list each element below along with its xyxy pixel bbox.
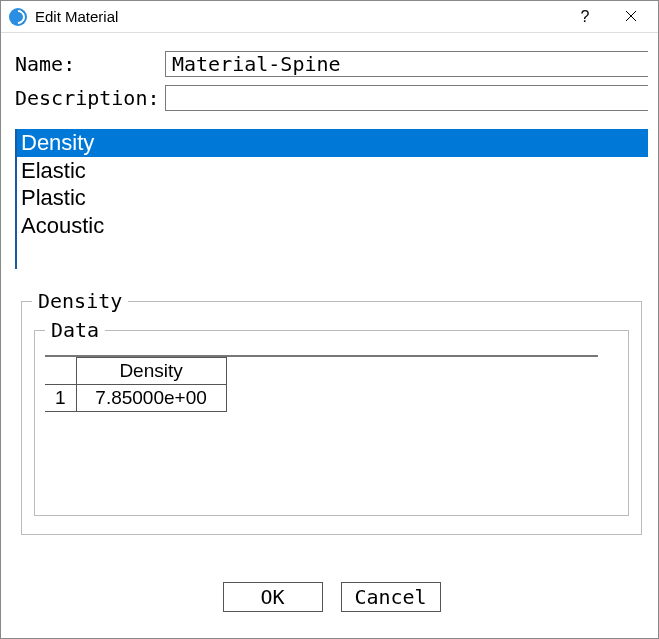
data-title: Data [45,318,105,342]
close-button[interactable] [608,1,654,33]
description-label: Description: [15,86,165,110]
help-button[interactable]: ? [562,1,608,33]
table-corner [45,358,76,385]
detail-group-title: Density [32,289,128,313]
name-input[interactable] [165,51,648,77]
row-index: 1 [45,385,76,412]
property-list[interactable]: Density Elastic Plastic Acoustic [15,129,648,269]
property-detail-panel: Density Data Density 1 7.85000e+00 [21,301,642,535]
ok-button[interactable]: OK [223,582,323,612]
property-item-density[interactable]: Density [17,129,648,157]
title-bar: Edit Material ? [1,1,658,33]
description-input[interactable] [165,85,648,111]
name-label: Name: [15,52,165,76]
edit-material-dialog: Edit Material ? Name: Description: Densi… [0,0,659,639]
data-table[interactable]: Density 1 7.85000e+00 [45,357,227,412]
help-icon: ? [581,8,590,26]
property-item-plastic[interactable]: Plastic [17,184,648,212]
window-title: Edit Material [35,8,118,25]
cancel-button[interactable]: Cancel [341,582,441,612]
property-item-elastic[interactable]: Elastic [17,157,648,185]
data-panel: Data Density 1 7.85000e+00 [34,330,629,516]
property-item-acoustic[interactable]: Acoustic [17,212,648,240]
dialog-footer: OK Cancel [15,568,648,628]
density-cell[interactable]: 7.85000e+00 [76,385,226,412]
column-header-density[interactable]: Density [76,358,226,385]
table-row[interactable]: 1 7.85000e+00 [45,385,226,412]
close-icon [625,9,637,25]
app-icon [9,8,27,26]
